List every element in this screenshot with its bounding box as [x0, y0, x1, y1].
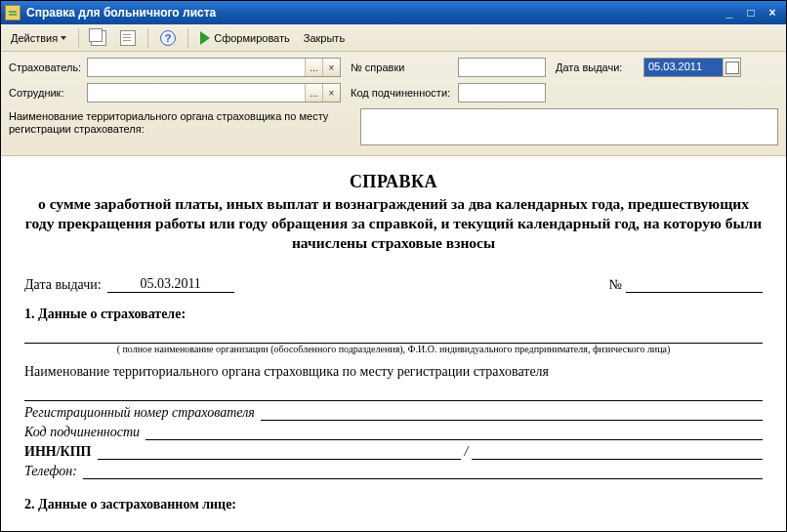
- doc-line: [98, 446, 461, 460]
- insurer-clear-button[interactable]: ×: [322, 59, 340, 76]
- help-icon: ?: [160, 30, 176, 46]
- slash: /: [461, 444, 473, 460]
- document-preview[interactable]: СПРАВКА о сумме заработной платы, иных в…: [1, 156, 786, 532]
- calendar-button[interactable]: [723, 59, 740, 76]
- employee-value: [88, 84, 305, 102]
- toolbar-separator: [78, 28, 79, 48]
- insurer-value: [88, 59, 305, 76]
- maximize-button[interactable]: □: [741, 4, 761, 21]
- code-input[interactable]: [458, 83, 546, 102]
- doc-num-value: [626, 292, 763, 293]
- actions-label: Действия: [11, 32, 58, 44]
- close-button[interactable]: Закрыть: [300, 27, 349, 49]
- close-window-button[interactable]: ×: [763, 4, 782, 21]
- close-label: Закрыть: [304, 32, 345, 44]
- issue-date-label: Дата выдачи:: [556, 61, 643, 73]
- number-value: [459, 59, 545, 76]
- territory-label: Наименование территориального органа стр…: [9, 108, 360, 136]
- phone-label: Телефон:: [24, 464, 83, 479]
- chevron-down-icon: [61, 36, 66, 40]
- territory-value: [361, 109, 777, 144]
- doc-title: СПРАВКА: [24, 172, 763, 192]
- doc-line: [24, 330, 763, 344]
- section2-title: 2. Данные о застрахованном лице:: [24, 497, 763, 512]
- document-button[interactable]: [116, 27, 140, 49]
- window-title: Справка для больничного листа: [26, 6, 720, 20]
- window-titlebar: Справка для больничного листа _ □ ×: [1, 1, 786, 24]
- doc-line: [24, 388, 763, 401]
- hint1: ( полное наименование организации (обосо…: [24, 344, 763, 354]
- toolbar-separator: [147, 28, 148, 48]
- sub-code-label: Код подчиненности: [24, 425, 145, 440]
- copy-icon: [91, 30, 106, 46]
- doc-date-value: 05.03.2011: [107, 276, 234, 293]
- doc-line: [83, 466, 763, 479]
- reg-number-label: Регистрационный номер страхователя: [24, 405, 261, 421]
- app-icon: [5, 5, 21, 20]
- insurer-select-button[interactable]: ...: [305, 59, 322, 76]
- territory-input[interactable]: [360, 108, 778, 145]
- document-icon: [120, 30, 136, 46]
- generate-button[interactable]: Сформировать: [196, 27, 294, 49]
- inn-kpp-label: ИНН/КПП: [24, 444, 98, 460]
- insurer-input[interactable]: ... ×: [87, 58, 341, 77]
- doc-num-label: №: [609, 277, 622, 293]
- doc-subtitle: о сумме заработной платы, иных выплат и …: [24, 194, 763, 253]
- minimize-button[interactable]: _: [720, 4, 739, 21]
- issue-date-value: 05.03.2011: [644, 59, 723, 76]
- territory-full-label: Наименование территориального органа стр…: [24, 364, 763, 380]
- copy-button[interactable]: [87, 27, 110, 49]
- issue-date-input[interactable]: 05.03.2011: [643, 58, 741, 77]
- employee-label: Сотрудник:: [9, 87, 87, 99]
- code-value: [459, 84, 545, 102]
- code-label: Код подчиненности:: [351, 87, 458, 99]
- doc-date-label: Дата выдачи:: [24, 277, 102, 293]
- doc-line: [145, 427, 763, 440]
- employee-select-button[interactable]: ...: [305, 84, 322, 102]
- generate-label: Сформировать: [214, 32, 290, 44]
- help-button[interactable]: ?: [156, 27, 180, 49]
- employee-input[interactable]: ... ×: [87, 83, 341, 102]
- number-label: № справки: [351, 61, 458, 73]
- form-panel: Страхователь: ... × № справки Дата выдач…: [1, 52, 786, 156]
- doc-line: [261, 407, 763, 421]
- doc-line: [472, 446, 763, 460]
- play-icon: [200, 31, 210, 45]
- employee-clear-button[interactable]: ×: [322, 84, 340, 102]
- toolbar-separator: [187, 28, 188, 48]
- insurer-label: Страхователь:: [9, 61, 87, 73]
- section1-title: 1. Данные о страхователе:: [24, 307, 763, 322]
- actions-menu-button[interactable]: Действия: [7, 27, 70, 49]
- number-input[interactable]: [458, 58, 546, 77]
- toolbar: Действия ? Сформировать Закрыть: [1, 24, 786, 52]
